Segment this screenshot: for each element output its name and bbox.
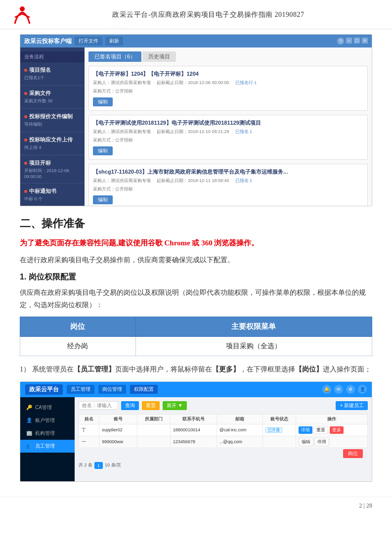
svg-point-0 [20,6,25,11]
page-footer: 2 | 28 [0,497,392,514]
fake-ui2-sidebar: 🔑CA管理 👤账户管理 🏢机构管理 👥员工管理 [20,397,75,481]
sidebar-item-bid-upload[interactable]: 投标响应文件上传 待上传 4 [20,132,85,155]
fake-ui2-menu-position[interactable]: 岗位管理 [98,385,126,394]
employee-row-1: 丁 supplier02 18800010014 @cal-inc.com 已开… [79,424,368,436]
fake-ui2-toolbar: 查询 重置 展开 ▼ + 新建员工 [79,401,368,410]
row1-detail-btn[interactable]: 详情 [299,426,312,434]
fake-ui2-notification-icon[interactable]: 🔔 [322,385,331,394]
fake-ui-2: 政采云平台 员工管理 岗位管理 权限配置 🔔 ✉ ⚙ 👤 🔑CA管理 [20,382,372,481]
section-2-heading: 二、操作准备 [20,216,372,231]
fake-ui-1: 政采云投标客户端 打开文件 刷新 ? − □ × 业务流程 项目报名 [20,35,372,206]
fake-ui2-settings-icon[interactable]: ⚙ [346,385,355,394]
col-ops: 操作 [296,414,367,424]
fake-tabs: 已签名项目（6） 历史项目 [88,51,368,62]
sidebar-item-purchase-file[interactable]: 采购文件 采购文件数 30 [20,86,85,109]
col-email: 邮箱 [217,414,262,424]
fake-ui2-topbar: 政采云平台 员工管理 岗位管理 权限配置 🔔 ✉ ⚙ 👤 [20,382,372,397]
reset-btn[interactable]: 重置 [142,401,160,410]
table-header-menu: 主要权限菜单 [135,317,372,336]
fake-ui-titlebar: 政采云投标客户端 打开文件 刷新 ? − □ × [20,35,372,47]
tab-signed-projects[interactable]: 已签名项目（6） [88,51,141,62]
sidebar-item-org[interactable]: 🏢机构管理 [20,427,75,440]
fake-ui2-message-icon[interactable]: ✉ [334,385,343,394]
employee-table: 姓名 账号 所属部门 联系手机号 邮箱 账号状态 操作 丁 [79,414,368,448]
table-row: 经办岗 项目采购（全选） [20,336,372,356]
warning-text: 为了避免页面存在兼容性问题,建议使用谷歌 Chrome 或 360 浏览器操作。 [20,237,372,249]
row2-edit-btn[interactable]: 编辑 [299,438,313,446]
table-header-position: 岗位 [20,317,136,336]
highlight-position: 【岗位】 [295,366,323,373]
fake-ui2-menu-permission[interactable]: 权限配置 [130,385,158,394]
page-number: 2 | 28 [359,502,372,509]
step1-text: 1） 系统管理员在【员工管理】页面中选择用户，将鼠标停留在【更多】，在下弹框里选… [20,363,372,375]
fake-ui-help-btn[interactable]: ? [337,38,344,45]
col-account: 账号 [99,414,137,424]
sidebar-item-bid-edit[interactable]: 投标报价文件编制 等待编制 [20,109,85,132]
page-1-btn[interactable]: 1 [94,462,103,469]
project-card-2: 【电子开评测试使用20181129】电子开评测试使用20181129测试项目 采… [88,115,368,160]
main-content: 政采云投标客户端 打开文件 刷新 ? − □ × 业务流程 项目报名 [0,29,392,492]
sidebar-item-account[interactable]: 👤账户管理 [20,414,75,427]
employee-row-2: 一 999000ww 123456678 ...@qq.com 编辑 停用 [79,436,368,448]
expand-btn[interactable]: 展开 ▼ [163,401,187,410]
fake-ui2-brand: 政采云平台 [25,384,63,395]
col-status: 账号状态 [263,414,296,424]
sub-heading-1: 1. 岗位权限配置 [20,272,372,282]
header-title: 政采云平台-供应商政府采购项目电子交易操作指南 20190827 [35,10,382,19]
col-name: 姓名 [79,414,99,424]
sidebar-item-project-register[interactable]: 项目报名 已报名1个 [20,62,85,86]
fake-ui-app-name: 政采云投标客户端 [24,37,72,46]
sub1-desc: 供应商在政府采购项目电子交易的岗位以及权限说明（岗位即代表功能权限，可操作菜单的… [20,286,372,311]
intro-text: 在进行政府采购项目电子交易操作前，供应商需要确保完成以下配置。 [20,254,372,266]
fake-ui-maximize-btn[interactable]: □ [354,38,360,44]
highlight-more: 【更多】 [212,366,240,373]
card1-edit-btn[interactable]: 编制 [93,97,113,106]
card2-edit-btn[interactable]: 编制 [93,146,113,155]
sidebar-item-bid-result[interactable]: 中标通知书 中标 0 个 [20,184,85,206]
fake-ui-minimize-btn[interactable]: − [346,38,352,44]
fake-ui2-menu-employee[interactable]: 员工管理 [67,385,94,394]
row1-more-btn[interactable]: 更多 [330,426,344,434]
project-card-1: 【电子开评标】1204】【电子开评标】1204 采购人：测试供应商采购专项 起标… [88,66,368,111]
highlight-employee-mgmt: 【员工管理】 [74,366,115,373]
table-cell-menu: 项目采购（全选） [135,336,372,356]
fake-ui2-main: 查询 重置 展开 ▼ + 新建员工 姓名 账号 所属部门 [75,397,372,481]
tab-history-projects[interactable]: 历史项目 [142,51,176,62]
search-btn[interactable]: 查询 [121,401,139,410]
screenshot-box-1: 政采云投标客户端 打开文件 刷新 ? − □ × 业务流程 项目报名 [20,34,372,206]
col-phone: 联系手机号 [170,414,217,424]
sidebar-item-bid-open[interactable]: 项目开标 开标时间：2018-12-06 09:00:00 [20,155,85,184]
screenshot-box-2: 政采云平台 员工管理 岗位管理 权限配置 🔔 ✉ ⚙ 👤 🔑CA管理 [20,381,372,482]
position-btn-highlighted[interactable]: 岗位 [343,449,363,458]
pagination: 共 2 条 1 10 条/页 [79,460,368,471]
logo-icon [10,5,35,25]
fake-ui-close-btn[interactable]: × [362,38,368,44]
fake-main-panel: 已签名项目（6） 历史项目 【电子开评标】1204】【电子开评标】1204 采购… [85,47,372,206]
sidebar-item-ca[interactable]: 🔑CA管理 [20,401,75,414]
fake-ui2-body: 🔑CA管理 👤账户管理 🏢机构管理 👥员工管理 [20,397,372,481]
logo-area [10,5,35,25]
add-employee-btn[interactable]: + 新建员工 [336,401,368,410]
row2-disable-btn[interactable]: 停用 [314,438,329,446]
page-header: 政采云平台-供应商政府采购项目电子交易操作指南 20190827 [0,0,392,29]
sidebar-item-employee[interactable]: 👥员工管理 [20,440,75,453]
fake-sidebar-header: 业务流程 [20,51,85,62]
fake-ui-body: 业务流程 项目报名 已报名1个 采购文件 采购文件数 30 投标报价文件编制 等… [20,47,372,206]
col-dept: 所属部门 [137,414,171,424]
search-name-input[interactable] [79,401,118,410]
fake-ui2-user-icon[interactable]: 👤 [358,385,367,394]
project-card-3: 【shcg17-11620-03】上海市财政局政府采购信息管理平台及电子集市运维… [88,164,368,206]
table-cell-position: 经办岗 [20,336,136,356]
fake-sidebar: 业务流程 项目报名 已报名1个 采购文件 采购文件数 30 投标报价文件编制 等… [20,47,85,206]
fake-ui-open-btn[interactable]: 打开文件 [75,37,102,46]
row1-reset-btn[interactable]: 重置 [313,426,328,434]
permissions-table: 岗位 主要权限菜单 经办岗 项目采购（全选） [20,317,372,356]
fake-ui-refresh-btn[interactable]: 刷新 [105,37,123,46]
card3-edit-btn[interactable]: 编制 [93,195,113,204]
